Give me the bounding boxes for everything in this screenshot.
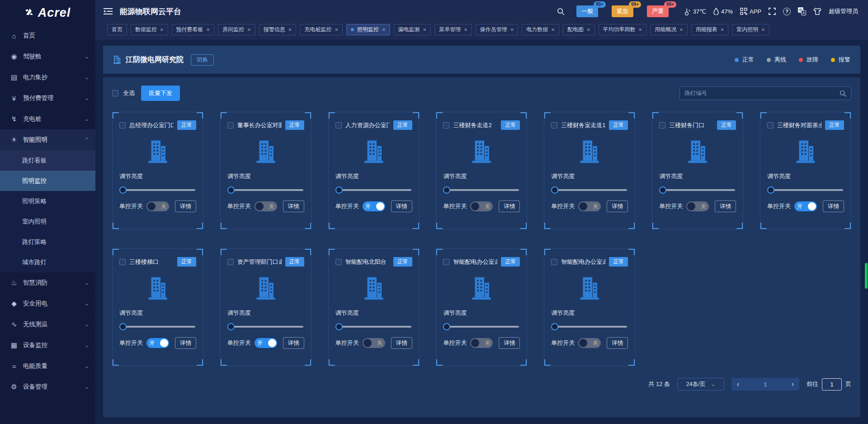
slider-handle[interactable]	[227, 186, 235, 194]
sidebar-item[interactable]: ▦设备监控⌄	[0, 335, 95, 356]
sidebar-item[interactable]: ↯充电桩⌄	[0, 109, 95, 129]
alarm-badge[interactable]: 严重99+	[647, 5, 669, 17]
card-checkbox[interactable]	[551, 259, 557, 265]
sidebar-item[interactable]: ∿无线测温⌄	[0, 314, 95, 335]
detail-button[interactable]: 详情	[607, 200, 628, 212]
sidebar-item[interactable]: ▤电力集抄⌄	[0, 67, 95, 88]
tab[interactable]: 数据监控×	[131, 24, 168, 35]
single-switch-toggle[interactable]: 关	[578, 201, 601, 211]
tab-close-icon[interactable]: ×	[288, 27, 292, 33]
slider-handle[interactable]	[767, 186, 774, 194]
card-checkbox[interactable]	[443, 259, 449, 265]
tab-close-icon[interactable]: ×	[721, 27, 724, 33]
tab-close-icon[interactable]: ×	[423, 27, 427, 33]
slider-handle[interactable]	[551, 323, 558, 330]
tab-close-icon[interactable]: ×	[160, 27, 164, 33]
tab-close-icon[interactable]: ×	[639, 27, 642, 33]
brightness-slider[interactable]	[443, 323, 520, 330]
detail-button[interactable]: 详情	[607, 337, 628, 349]
single-switch-toggle[interactable]: 关	[255, 201, 277, 211]
card-checkbox[interactable]	[335, 259, 342, 265]
sidebar-item[interactable]: ☀智能照明⌃	[0, 129, 95, 150]
search-icon[interactable]	[557, 8, 565, 15]
detail-button[interactable]: 详情	[283, 200, 304, 212]
brightness-slider[interactable]	[659, 186, 736, 194]
next-page-button[interactable]: ›	[792, 381, 794, 388]
card-checkbox[interactable]	[227, 259, 234, 265]
single-switch-toggle[interactable]: 开	[146, 338, 169, 348]
detail-button[interactable]: 详情	[499, 200, 520, 212]
tab[interactable]: 用能概况×	[650, 24, 688, 35]
help-icon[interactable]: ?	[783, 8, 791, 15]
tab[interactable]: 首页	[107, 24, 127, 35]
tab[interactable]: 室内照明×	[732, 24, 769, 35]
tab[interactable]: 操作员管理×	[476, 24, 519, 35]
sidebar-subitem[interactable]: 城市路灯	[0, 252, 95, 272]
tab-close-icon[interactable]: ×	[551, 27, 555, 33]
sidebar-item[interactable]: ≈电能质量⌄	[0, 356, 95, 376]
tab-close-icon[interactable]: ×	[679, 27, 683, 33]
card-checkbox[interactable]	[227, 122, 234, 129]
tab-close-icon[interactable]: ×	[587, 27, 590, 33]
goto-page-input[interactable]	[822, 378, 842, 391]
sidebar-item[interactable]: ⚙设备管理⌄	[0, 376, 95, 397]
single-switch-toggle[interactable]: 开	[363, 201, 385, 211]
current-page[interactable]: 1	[764, 381, 767, 388]
detail-button[interactable]: 详情	[499, 337, 520, 349]
fullscreen-icon[interactable]	[769, 8, 776, 15]
tab[interactable]: 菜单管理×	[434, 24, 472, 35]
page-size-select[interactable]: 24条/页 ⌄	[677, 378, 724, 391]
single-switch-toggle[interactable]: 关	[363, 338, 385, 348]
prev-page-button[interactable]: ‹	[737, 381, 739, 388]
sidebar-item[interactable]: ♨智慧消防⌄	[0, 272, 95, 293]
sidebar-subitem[interactable]: 照明监控	[0, 171, 95, 191]
alarm-badge[interactable]: 紧急99+	[612, 5, 633, 17]
brightness-slider[interactable]	[227, 323, 304, 330]
single-switch-toggle[interactable]: 关	[146, 201, 169, 211]
sidebar-subitem[interactable]: 路灯看板	[0, 150, 95, 171]
brightness-slider[interactable]	[227, 186, 304, 194]
single-switch-toggle[interactable]: 开	[794, 201, 817, 211]
tab-close-icon[interactable]: ×	[382, 27, 386, 33]
scrollbar-thumb[interactable]	[865, 263, 868, 289]
card-checkbox[interactable]	[119, 122, 126, 129]
detail-button[interactable]: 详情	[283, 337, 304, 349]
sidebar-subitem[interactable]: 照明策略	[0, 191, 95, 211]
sidebar-item[interactable]: ¥预付费管理⌄	[0, 88, 95, 109]
sidebar-item[interactable]: ◆安全用电⌄	[0, 293, 95, 314]
tab-close-icon[interactable]: ×	[510, 27, 514, 33]
brightness-slider[interactable]	[443, 186, 520, 194]
detail-button[interactable]: 详情	[823, 200, 844, 212]
card-checkbox[interactable]	[659, 122, 665, 129]
tab[interactable]: 房间监控×	[218, 24, 255, 35]
tab[interactable]: 用能报表×	[691, 24, 729, 35]
brightness-slider[interactable]	[119, 186, 196, 194]
brightness-slider[interactable]	[335, 323, 412, 330]
card-checkbox[interactable]	[335, 122, 342, 129]
tab-close-icon[interactable]: ×	[247, 27, 251, 33]
switch-site-button[interactable]: 切换	[191, 54, 214, 66]
single-switch-toggle[interactable]: 关	[470, 338, 493, 348]
card-checkbox[interactable]	[443, 122, 449, 129]
slider-handle[interactable]	[659, 186, 666, 194]
tab-active[interactable]: 照明监控×	[346, 24, 390, 35]
tab[interactable]: 平均功率因数×	[599, 24, 647, 35]
card-checkbox[interactable]	[551, 122, 557, 129]
slider-handle[interactable]	[227, 323, 235, 330]
sidebar-item[interactable]: ◉驾驶舱⌄	[0, 46, 95, 67]
card-checkbox[interactable]	[119, 259, 126, 265]
user-name[interactable]: 超级管理员	[829, 7, 858, 15]
slider-handle[interactable]	[443, 323, 450, 330]
detail-button[interactable]: 详情	[175, 337, 196, 349]
select-all-checkbox[interactable]	[112, 90, 118, 96]
detail-button[interactable]: 详情	[391, 200, 412, 212]
single-switch-toggle[interactable]: 关	[578, 338, 601, 348]
detail-button[interactable]: 详情	[715, 200, 736, 212]
brightness-slider[interactable]	[767, 186, 844, 194]
slider-handle[interactable]	[443, 186, 450, 194]
detail-button[interactable]: 详情	[391, 337, 412, 349]
detail-button[interactable]: 详情	[175, 200, 196, 212]
tab-close-icon[interactable]: ×	[464, 27, 467, 33]
tab[interactable]: 预付费看板×	[172, 24, 215, 35]
brightness-slider[interactable]	[551, 186, 628, 194]
